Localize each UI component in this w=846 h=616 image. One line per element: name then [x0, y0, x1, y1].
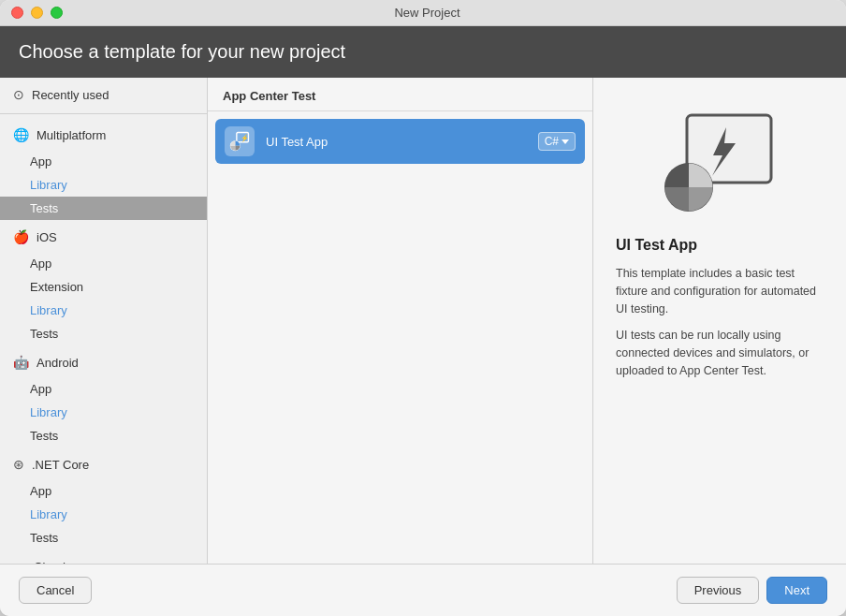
clock-icon: ⊙: [13, 87, 24, 102]
sidebar-item-ios-extension[interactable]: Extension: [0, 275, 207, 299]
sidebar-item-android-tests[interactable]: Tests: [0, 424, 207, 447]
page-title: Choose a template for your new project: [19, 41, 827, 63]
navigation-buttons: Previous Next: [677, 577, 827, 604]
sidebar-item-ios-tests[interactable]: Tests: [0, 322, 207, 345]
sidebar-section-android[interactable]: 🤖 Android: [0, 345, 207, 377]
titlebar: New Project: [0, 0, 846, 26]
sidebar-item-multiplatform-app[interactable]: App: [0, 150, 207, 173]
sidebar-item-netcore-app[interactable]: App: [0, 479, 207, 503]
previous-button[interactable]: Previous: [677, 577, 760, 604]
detail-desc-2: UI tests can be run locally using connec…: [616, 327, 824, 379]
detail-panel: UI Test App This template includes a bas…: [593, 78, 846, 564]
sidebar-recently-used[interactable]: ⊙ Recently used: [0, 78, 207, 110]
globe-icon: 🌐: [13, 127, 29, 142]
apple-icon: 🍎: [13, 229, 29, 244]
template-item-icon: ⚡: [225, 126, 255, 156]
sidebar-item-ios-library[interactable]: Library: [0, 299, 207, 322]
sidebar-item-android-app[interactable]: App: [0, 377, 207, 401]
main-content: ⊙ Recently used 🌐 Multiplatform App Libr…: [0, 78, 846, 564]
center-panel: App Center Test ⚡: [208, 78, 593, 564]
detail-description: This template includes a basic test fixt…: [616, 265, 824, 380]
sidebar-item-ios-app[interactable]: App: [0, 252, 207, 275]
center-panel-header: App Center Test: [208, 78, 592, 111]
sidebar-item-netcore-tests[interactable]: Tests: [0, 526, 207, 550]
language-badge[interactable]: C#: [538, 132, 576, 151]
sidebar-section-netcore[interactable]: ⊛ .NET Core: [0, 447, 207, 479]
detail-title: UI Test App: [616, 237, 824, 254]
uitestapp-icon-svg: ⚡: [229, 131, 250, 152]
sidebar-item-multiplatform-library[interactable]: Library: [0, 173, 207, 197]
detail-desc-1: This template includes a basic test fixt…: [616, 265, 824, 317]
sidebar-section-ios[interactable]: 🍎 iOS: [0, 220, 207, 252]
sidebar-item-android-library[interactable]: Library: [0, 401, 207, 424]
recently-used-label: Recently used: [32, 88, 109, 102]
sidebar-section-multiplatform[interactable]: 🌐 Multiplatform: [0, 118, 207, 150]
sidebar: ⊙ Recently used 🌐 Multiplatform App Libr…: [0, 78, 208, 564]
detail-icon-area: [654, 106, 785, 218]
section-netcore-label: .NET Core: [32, 458, 89, 472]
dotnet-icon: ⊛: [13, 457, 24, 472]
main-window: New Project Choose a template for your n…: [0, 0, 846, 616]
detail-illustration: [659, 110, 780, 213]
chevron-down-icon: [562, 139, 569, 144]
divider: [0, 113, 207, 114]
footer: Cancel Previous Next: [0, 564, 846, 616]
template-item-uitestapp[interactable]: ⚡ UI Test App C#: [215, 119, 585, 164]
sidebar-section-cloud[interactable]: ☁ Cloud: [0, 550, 207, 564]
section-multiplatform-label: Multiplatform: [36, 128, 106, 142]
language-label: C#: [545, 135, 559, 148]
template-list: ⚡ UI Test App C#: [208, 111, 592, 564]
android-icon: 🤖: [13, 355, 29, 370]
cancel-button[interactable]: Cancel: [19, 577, 92, 604]
section-android-label: Android: [36, 356, 79, 370]
next-button[interactable]: Next: [766, 577, 827, 604]
section-ios-label: iOS: [36, 230, 57, 244]
sidebar-item-netcore-library[interactable]: Library: [0, 503, 207, 526]
window-title: New Project: [20, 6, 835, 20]
template-item-name: UI Test App: [266, 135, 527, 149]
header-bar: Choose a template for your new project: [0, 26, 846, 78]
svg-text:⚡: ⚡: [241, 134, 249, 142]
sidebar-item-multiplatform-tests[interactable]: Tests: [0, 197, 207, 220]
